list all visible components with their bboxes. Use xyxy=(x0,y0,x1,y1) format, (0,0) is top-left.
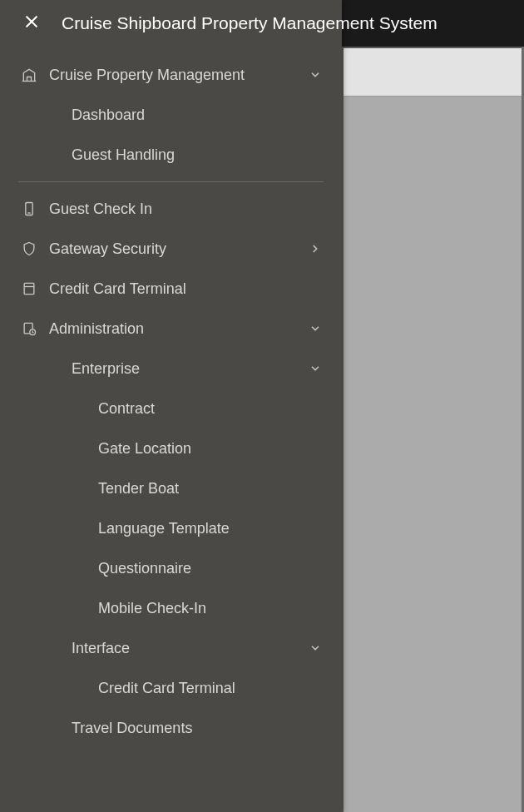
menu-label: Credit Card Terminal xyxy=(49,280,324,298)
content-area xyxy=(342,47,522,812)
svg-rect-5 xyxy=(24,283,34,294)
menu-label: Tender Boat xyxy=(98,480,324,498)
menu-label: Interface xyxy=(72,640,307,657)
chevron-down-icon xyxy=(307,640,324,656)
menu-item-administration[interactable]: Administration xyxy=(0,309,342,349)
menu-item-guest-check-in[interactable]: Guest Check In xyxy=(0,189,342,229)
menu-item-contract[interactable]: Contract xyxy=(0,389,342,428)
menu-item-guest-handling[interactable]: Guest Handling xyxy=(0,135,342,175)
chevron-right-icon xyxy=(307,240,324,257)
menu-label: Questionnaire xyxy=(98,560,324,577)
admin-icon xyxy=(21,320,37,337)
menu-label: Gateway Security xyxy=(49,240,307,258)
menu-item-dashboard[interactable]: Dashboard xyxy=(0,95,342,135)
menu-item-gateway-security[interactable]: Gateway Security xyxy=(0,229,342,269)
app-title: Cruise Shipboard Property Management Sys… xyxy=(62,13,437,33)
menu-item-gate-location[interactable]: Gate Location xyxy=(0,428,342,468)
chevron-down-icon xyxy=(307,320,324,337)
menu-label: Travel Documents xyxy=(72,720,324,737)
menu-label: Guest Handling xyxy=(72,146,324,164)
menu-item-tender-boat[interactable]: Tender Boat xyxy=(0,468,342,508)
menu-label: Enterprise xyxy=(72,360,307,378)
menu-item-travel-documents[interactable]: Travel Documents xyxy=(0,708,342,748)
menu-item-credit-card-terminal[interactable]: Credit Card Terminal xyxy=(0,269,342,309)
terminal-icon xyxy=(21,280,37,297)
menu-label: Administration xyxy=(49,320,307,338)
menu-item-enterprise[interactable]: Enterprise xyxy=(0,349,342,389)
close-icon xyxy=(23,13,40,33)
menu-item-cruise-property-management[interactable]: Cruise Property Management xyxy=(0,55,342,95)
menu-item-mobile-check-in[interactable]: Mobile Check-In xyxy=(0,588,342,628)
menu-item-questionnaire[interactable]: Questionnaire xyxy=(0,548,342,588)
menu-label: Guest Check In xyxy=(49,201,324,218)
menu-item-interface-credit-card-terminal[interactable]: Credit Card Terminal xyxy=(0,668,342,708)
content-header-strip xyxy=(344,48,522,97)
menu-label: Gate Location xyxy=(98,440,324,458)
close-button[interactable] xyxy=(17,8,47,38)
chevron-down-icon xyxy=(307,360,324,377)
menu-label: Mobile Check-In xyxy=(98,600,324,617)
mobile-icon xyxy=(21,201,37,217)
menu-label: Cruise Property Management xyxy=(49,67,307,84)
shield-icon xyxy=(21,240,37,257)
sidebar-header: Cruise Shipboard Property Management Sys… xyxy=(0,0,342,47)
menu-label: Language Template xyxy=(98,520,324,537)
chevron-down-icon xyxy=(307,67,324,83)
building-icon xyxy=(21,67,37,83)
menu-label: Contract xyxy=(98,400,324,418)
menu-item-language-template[interactable]: Language Template xyxy=(0,508,342,548)
menu: Cruise Property Management Dashboard Gue… xyxy=(0,47,342,812)
sidebar: Cruise Shipboard Property Management Sys… xyxy=(0,0,342,812)
menu-label: Credit Card Terminal xyxy=(98,680,324,697)
divider xyxy=(18,181,324,182)
menu-label: Dashboard xyxy=(72,106,324,124)
menu-item-interface[interactable]: Interface xyxy=(0,628,342,668)
